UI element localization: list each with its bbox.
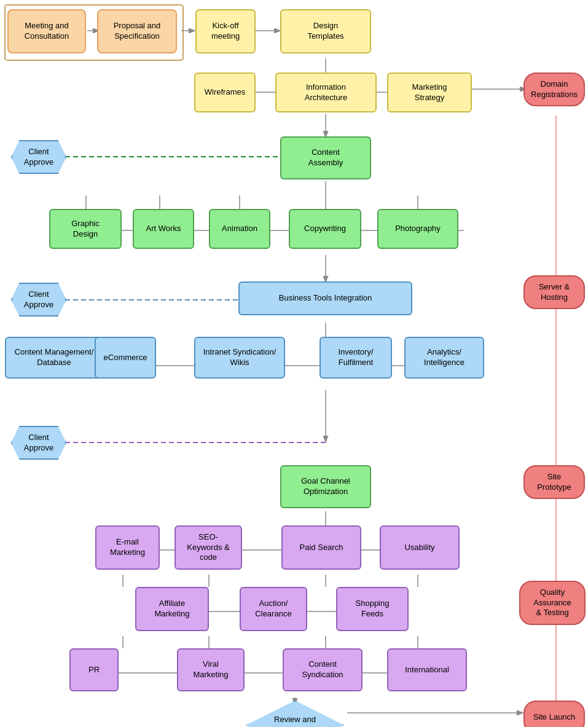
ecommerce-box: eCommerce	[95, 337, 156, 379]
seo-keywords-box: SEO- Keywords & code	[174, 525, 242, 570]
affiliate-marketing-box: Affiliate Marketing	[135, 587, 209, 631]
client-approve-1: Client Approve	[11, 140, 66, 174]
marketing-strategy-box: Marketing Strategy	[387, 73, 472, 112]
animation-box: Animation	[209, 209, 270, 249]
content-assembly-box: Content Assembly	[280, 136, 371, 179]
meeting-consultation-box: Meeting and Consultation	[7, 9, 86, 53]
content-mgmt-box: Content Management/ Database	[5, 337, 103, 379]
site-launch-box: Site Launch	[523, 701, 585, 727]
wireframes-box: Wireframes	[194, 73, 256, 112]
analytics-box: Analytics/ Intelligence	[404, 337, 484, 379]
shopping-feeds-box: Shopping Feeds	[336, 587, 409, 631]
email-marketing-box: E-mail Marketing	[95, 525, 160, 570]
proposal-specification-box: Proposal and Specification	[97, 9, 177, 53]
client-approve-3: Client Approve	[11, 426, 66, 460]
paid-search-box: Paid Search	[281, 525, 361, 570]
photography-box: Photography	[377, 209, 458, 249]
auction-clearance-box: Auction/ Clearance	[240, 587, 307, 631]
pr-box: PR	[69, 648, 119, 691]
client-approve-2: Client Approve	[11, 283, 66, 316]
flowchart-diagram: Meeting and Consultation Proposal and Sp…	[0, 0, 588, 727]
international-box: International	[387, 648, 467, 691]
design-templates-box: Design Templates	[280, 9, 371, 53]
content-syndication-box: Content Syndication	[283, 648, 363, 691]
kickoff-meeting-box: Kick-off meeting	[195, 9, 256, 53]
quality-assurance-box: Quality Assurance & Testing	[519, 581, 586, 625]
goal-channel-box: Goal Channel Optimization	[280, 465, 371, 508]
intranet-box: Intranet Syndication/ Wikis	[194, 337, 285, 379]
info-architecture-box: Information Architecture	[275, 73, 377, 112]
server-hosting-box: Server & Hosting	[523, 275, 585, 309]
review-approvement-box: Review and Approvement	[246, 701, 344, 727]
inventory-box: Inventory/ Fulfilment	[319, 337, 392, 379]
viral-marketing-box: Viral Marketing	[177, 648, 245, 691]
site-prototype-box: Site Prototype	[523, 465, 585, 499]
graphic-design-box: Graphic Design	[49, 209, 122, 249]
art-works-box: Art Works	[133, 209, 194, 249]
business-tools-box: Business Tools Integration	[238, 281, 412, 315]
copywriting-box: Copywriting	[289, 209, 361, 249]
domain-registrations-box: Domain Registrations	[523, 73, 585, 106]
usability-box: Usability	[380, 525, 460, 570]
